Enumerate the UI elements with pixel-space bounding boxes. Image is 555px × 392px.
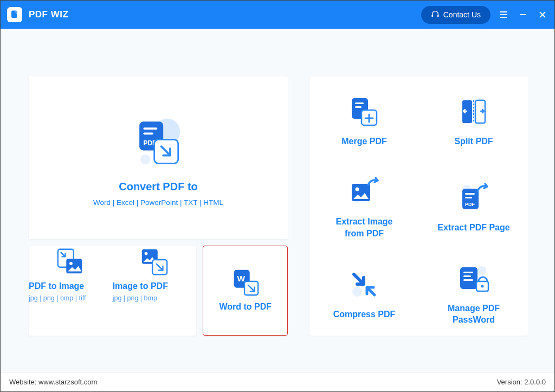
app-title: PDF WIZ [29, 9, 68, 20]
svg-rect-41 [465, 193, 475, 195]
footer-bar: Website: www.starzsoft.com Version: 2.0.… [1, 372, 554, 391]
extract-page-card[interactable]: PDF Extract PDF Page [419, 163, 528, 249]
svg-point-20 [145, 252, 148, 255]
contact-us-button[interactable]: Contact Us [421, 6, 491, 24]
compress-pdf-card[interactable]: Compress PDF [309, 249, 419, 336]
convert-pdf-card[interactable]: PDF Convert PDF to Word | Excel | PowerP… [29, 76, 288, 239]
extract-image-card[interactable]: Extract Image from PDF [309, 163, 419, 249]
minimize-icon[interactable] [518, 9, 528, 20]
svg-point-38 [356, 188, 359, 191]
convert-pdf-title: Convert PDF to [119, 181, 198, 193]
svg-text:W: W [237, 274, 245, 283]
svg-rect-1 [431, 15, 433, 17]
svg-point-10 [140, 155, 150, 164]
pdf-to-image-card[interactable]: PDF to Image jpg | png | bmp | tiff [29, 246, 113, 336]
word-to-pdf-card[interactable]: W Word to PDF [203, 246, 288, 336]
svg-point-44 [352, 287, 362, 297]
compress-pdf-label: Compress PDF [333, 309, 396, 320]
svg-rect-46 [460, 267, 477, 289]
bottom-tools-row: PDF to Image jpg | png | bmp | tiff [29, 246, 288, 336]
word-to-pdf-icon: W [230, 266, 261, 299]
svg-text:PDF: PDF [465, 202, 475, 207]
version-label: Version: 2.0.0.0 [497, 378, 546, 386]
svg-rect-2 [437, 15, 439, 17]
pdf-to-image-subtitle: jpg | png | bmp | tiff [29, 294, 113, 302]
svg-point-18 [69, 262, 73, 265]
split-pdf-card[interactable]: Split PDF [419, 76, 528, 163]
svg-rect-27 [355, 102, 364, 104]
split-pdf-icon [457, 92, 491, 131]
app-window: PDF WIZ Contact Us [1, 1, 554, 391]
image-to-pdf-title: Image to PDF [113, 281, 197, 291]
merge-pdf-card[interactable]: Merge PDF [309, 76, 419, 163]
manage-password-label: Manage PDF PassWord [448, 303, 500, 326]
contact-us-label: Contact Us [443, 10, 481, 19]
extract-page-icon: PDF [456, 178, 492, 217]
extract-image-icon [346, 172, 382, 211]
convert-pdf-subtitle: Word | Excel | PowerPoint | TXT | HTML [93, 198, 223, 207]
extract-image-label: Extract Image from PDF [336, 216, 393, 239]
word-to-pdf-title: Word to PDF [219, 302, 272, 312]
merge-pdf-icon [347, 92, 381, 131]
svg-rect-42 [465, 197, 472, 198]
svg-point-51 [481, 285, 484, 287]
image-to-pdf-subtitle: jpg | png | bmp [113, 294, 197, 302]
manage-password-icon [456, 259, 492, 298]
image-to-pdf-icon [113, 246, 197, 278]
image-to-pdf-card[interactable]: Image to PDF jpg | png | bmp [113, 246, 197, 336]
pdf-to-image-title: PDF to Image [29, 281, 113, 291]
convert-pdf-icon: PDF [126, 109, 191, 174]
manage-password-card[interactable]: Manage PDF PassWord [419, 249, 528, 336]
svg-rect-12 [144, 127, 158, 130]
left-column: PDF Convert PDF to Word | Excel | PowerP… [29, 76, 288, 372]
svg-rect-28 [355, 106, 362, 108]
svg-rect-49 [463, 279, 473, 281]
svg-rect-13 [144, 133, 153, 135]
menu-icon[interactable] [498, 9, 509, 20]
split-pdf-label: Split PDF [454, 136, 493, 147]
svg-point-45 [477, 266, 486, 275]
compress-pdf-icon [347, 265, 381, 304]
svg-rect-47 [463, 272, 473, 273]
merge-pdf-label: Merge PDF [341, 136, 387, 147]
close-icon[interactable] [537, 9, 548, 20]
app-logo-icon [7, 7, 22, 22]
right-column: Merge PDF Split PDF [309, 76, 528, 372]
tools-grid: Merge PDF Split PDF [309, 76, 528, 336]
title-bar: PDF WIZ Contact Us [1, 1, 554, 29]
main-content: PDF Convert PDF to Word | Excel | PowerP… [1, 29, 554, 372]
svg-rect-48 [463, 275, 471, 277]
website-label: Website: www.starzsoft.com [9, 378, 97, 386]
extract-page-label: Extract PDF Page [437, 222, 509, 234]
headset-icon [431, 10, 440, 20]
pdf-to-image-icon [29, 246, 113, 278]
